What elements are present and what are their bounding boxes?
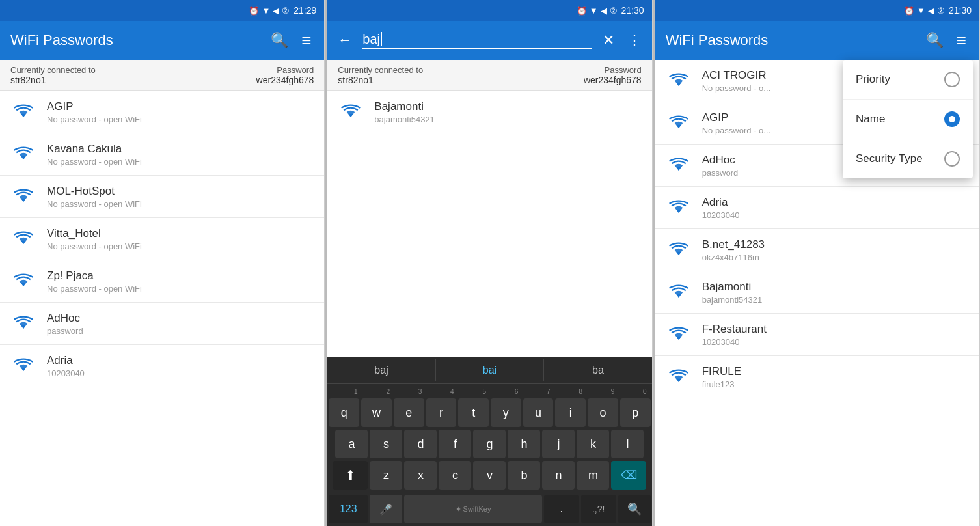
suggestion-1[interactable]: baj bbox=[327, 359, 435, 381]
list-item[interactable]: Bajamonti bajamonti54321 bbox=[655, 271, 979, 314]
wifi-detail: No password - open WiFi bbox=[47, 284, 314, 294]
key-y[interactable]: y bbox=[491, 398, 521, 427]
key-e[interactable]: e bbox=[394, 398, 424, 427]
wifi-signal-icon bbox=[666, 152, 692, 178]
status-icons-1: ⏰ ▼ ◀ ② bbox=[249, 6, 290, 16]
key-space[interactable]: ✦ SwiftKey bbox=[404, 495, 541, 523]
status-time-2: 21:30 bbox=[621, 5, 644, 16]
key-s[interactable]: s bbox=[370, 430, 402, 458]
key-mic[interactable]: 🎤 bbox=[370, 495, 402, 523]
list-item[interactable]: FIRULE firule123 bbox=[655, 356, 979, 398]
num-hint-0: 0 bbox=[643, 388, 647, 395]
app-bar-3: WiFi Passwords 🔍 ≡ bbox=[655, 21, 979, 60]
list-item[interactable]: MOL-HotSpot No password - open WiFi bbox=[0, 176, 324, 218]
radio-name bbox=[944, 111, 960, 127]
sort-option-security-type[interactable]: Security Type bbox=[843, 139, 973, 178]
key-b[interactable]: b bbox=[508, 461, 540, 490]
key-k[interactable]: k bbox=[577, 430, 609, 458]
wifi-detail: okz4x4b7116m bbox=[702, 253, 969, 262]
alarm-icon: ⏰ bbox=[904, 6, 914, 16]
wifi-name: AGIP bbox=[47, 100, 314, 113]
list-item[interactable]: F-Restaurant 10203040 bbox=[655, 314, 979, 356]
wifi-info: Bajamonti bajamonti54321 bbox=[374, 100, 641, 124]
back-icon[interactable]: ← bbox=[335, 29, 355, 51]
key-a[interactable]: a bbox=[335, 430, 368, 458]
list-item[interactable]: AGIP No password - open WiFi bbox=[0, 91, 324, 133]
key-t[interactable]: t bbox=[458, 398, 489, 427]
key-period[interactable]: . bbox=[544, 495, 579, 523]
key-x[interactable]: x bbox=[404, 461, 437, 490]
key-v[interactable]: v bbox=[473, 461, 506, 490]
wifi-signal-icon bbox=[666, 279, 692, 305]
key-backspace[interactable]: ⌫ bbox=[611, 461, 646, 490]
sort-option-name[interactable]: Name bbox=[843, 100, 973, 139]
connected-label-1: Currently connected to bbox=[10, 65, 96, 75]
wifi-name: Adria bbox=[702, 196, 969, 209]
filter-icon-1[interactable]: ≡ bbox=[299, 28, 314, 53]
list-item[interactable]: Adria 10203040 bbox=[655, 187, 979, 229]
wifi-info: FIRULE firule123 bbox=[702, 365, 969, 389]
kb-row-2: a s d f g h j k l bbox=[329, 430, 650, 458]
key-punct[interactable]: .,?! bbox=[581, 495, 616, 523]
key-c[interactable]: c bbox=[439, 461, 471, 490]
more-icon[interactable]: ⋮ bbox=[625, 29, 644, 51]
password-value-2: wer234fgh678 bbox=[584, 75, 642, 85]
key-d[interactable]: d bbox=[404, 430, 437, 458]
keyboard-rows: q w e r t y u i o p a s d f g h j k bbox=[327, 396, 651, 495]
list-item[interactable]: Kavana Cakula No password - open WiFi bbox=[0, 133, 324, 176]
list-item[interactable]: Zp! Pjaca No password - open WiFi bbox=[0, 260, 324, 303]
wifi-info: Vitta_Hotel No password - open WiFi bbox=[47, 227, 314, 251]
key-g[interactable]: g bbox=[473, 430, 506, 458]
search-input-area[interactable]: baj bbox=[362, 32, 592, 49]
key-o[interactable]: o bbox=[588, 398, 618, 427]
wifi-name: AdHoc bbox=[47, 312, 314, 325]
status-icons-2: ⏰ ▼ ◀ ② bbox=[577, 6, 618, 16]
wifi-name: Vitta_Hotel bbox=[47, 227, 314, 240]
key-z[interactable]: z bbox=[370, 461, 402, 490]
key-r[interactable]: r bbox=[426, 398, 457, 427]
list-item[interactable]: Bajamonti bajamonti54321 bbox=[327, 91, 651, 133]
key-f[interactable]: f bbox=[439, 430, 471, 458]
wifi-detail: 10203040 bbox=[702, 210, 969, 220]
signal-icon: ◀ bbox=[273, 6, 279, 16]
sort-option-priority[interactable]: Priority bbox=[843, 60, 973, 100]
password-label-1: Password bbox=[256, 65, 314, 75]
list-item[interactable]: AdHoc password bbox=[0, 303, 324, 345]
wifi-signal-icon bbox=[10, 268, 36, 294]
key-123[interactable]: 123 bbox=[329, 495, 368, 523]
wifi-info: Kavana Cakula No password - open WiFi bbox=[47, 143, 314, 167]
key-w[interactable]: w bbox=[361, 398, 392, 427]
key-l[interactable]: l bbox=[611, 430, 644, 458]
wifi-status-icon: ▼ bbox=[590, 6, 598, 16]
key-shift[interactable]: ⬆ bbox=[333, 461, 368, 490]
panel-3: ⏰ ▼ ◀ ② 21:30 WiFi Passwords 🔍 ≡ ACI TRO… bbox=[655, 0, 980, 526]
wifi-detail: No password - open WiFi bbox=[47, 115, 314, 124]
key-m[interactable]: m bbox=[577, 461, 609, 490]
key-u[interactable]: u bbox=[523, 398, 554, 427]
num-hint-7: 7 bbox=[547, 388, 551, 395]
search-icon-3[interactable]: 🔍 bbox=[923, 29, 946, 51]
key-h[interactable]: h bbox=[508, 430, 540, 458]
wifi-detail: No password - open WiFi bbox=[47, 242, 314, 251]
key-i[interactable]: i bbox=[555, 398, 586, 427]
filter-icon-3[interactable]: ≡ bbox=[954, 28, 969, 53]
clear-icon[interactable]: ✕ bbox=[600, 29, 617, 51]
key-n[interactable]: n bbox=[542, 461, 575, 490]
list-item[interactable]: Vitta_Hotel No password - open WiFi bbox=[0, 218, 324, 260]
list-item[interactable]: Adria 10203040 bbox=[0, 345, 324, 387]
suggestion-2[interactable]: bai bbox=[436, 359, 544, 381]
key-search[interactable]: 🔍 bbox=[618, 495, 651, 523]
keyboard-suggestions: baj bai ba bbox=[327, 357, 651, 384]
wifi-status-icon: ▼ bbox=[262, 6, 270, 16]
key-q[interactable]: q bbox=[329, 398, 359, 427]
key-j[interactable]: j bbox=[542, 430, 575, 458]
kb-bottom-row: 123 🎤 ✦ SwiftKey . .,?! 🔍 bbox=[327, 495, 651, 526]
suggestion-3[interactable]: ba bbox=[544, 359, 651, 381]
key-p[interactable]: p bbox=[620, 398, 651, 427]
search-icon-1[interactable]: 🔍 bbox=[268, 29, 291, 51]
wifi-name: Kavana Cakula bbox=[47, 143, 314, 156]
status-icons-3: ⏰ ▼ ◀ ② bbox=[904, 6, 945, 16]
num-hint-8: 8 bbox=[578, 388, 582, 395]
list-item[interactable]: B.net_41283 okz4x4b7116m bbox=[655, 229, 979, 271]
wifi-info: AGIP No password - open WiFi bbox=[47, 100, 314, 124]
